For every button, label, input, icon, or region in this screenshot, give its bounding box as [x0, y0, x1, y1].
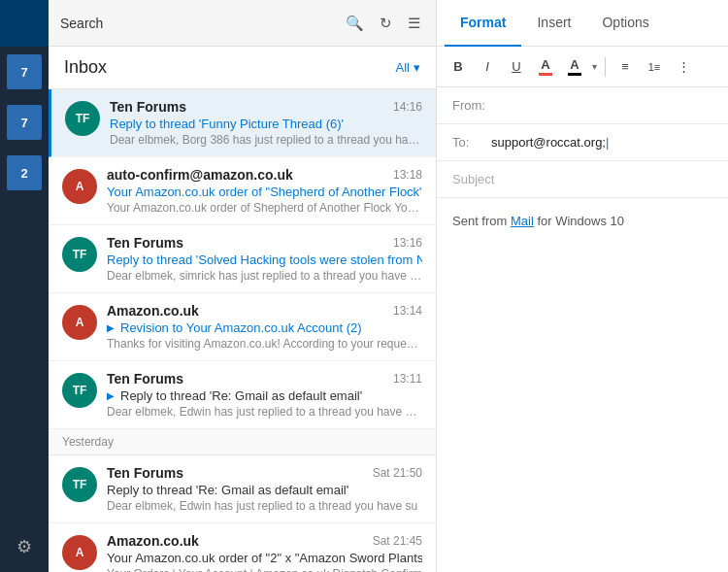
email-list-panel: 🔍 ↻ ☰ Inbox All ▾ TF Ten Forums 14:16 Re…	[49, 0, 437, 572]
section-label-yesterday: Yesterday	[49, 429, 436, 455]
compose-fields: From: To: support@roccat.org; Subject	[437, 87, 728, 198]
avatar: TF	[62, 237, 97, 272]
to-value[interactable]: support@roccat.org;	[491, 135, 712, 150]
tab-format[interactable]: Format	[445, 0, 521, 47]
email-time: Sat 21:45	[373, 534, 422, 548]
sidebar-badge-3[interactable]: 2	[7, 155, 42, 190]
tab-options[interactable]: Options	[586, 0, 664, 47]
filter-icon[interactable]: ☰	[404, 11, 424, 36]
compose-body[interactable]: Sent from Mail for Windows 10	[437, 198, 728, 572]
email-preview: Your Amazon.co.uk order of Shepherd of A…	[107, 201, 422, 215]
toolbar-separator-1	[605, 57, 606, 77]
italic-button[interactable]: I	[474, 53, 501, 81]
bold-button[interactable]: B	[445, 53, 472, 81]
avatar: A	[62, 305, 97, 340]
email-content: Amazon.co.uk Sat 21:45 Your Amazon.co.uk…	[107, 533, 422, 572]
email-content: auto-confirm@amazon.co.uk 13:18 Your Ama…	[107, 167, 422, 215]
font-color-button[interactable]: A	[561, 53, 588, 81]
table-row[interactable]: A auto-confirm@amazon.co.uk 13:18 Your A…	[49, 157, 436, 225]
more-toolbar-button[interactable]: ⋮	[670, 53, 697, 81]
email-time: 13:14	[393, 304, 422, 318]
search-icon[interactable]: 🔍	[342, 11, 368, 36]
refresh-icon[interactable]: ↻	[376, 11, 396, 36]
underline-button[interactable]: U	[503, 53, 530, 81]
email-content: Ten Forums 14:16 Reply to thread 'Funny …	[110, 99, 422, 147]
table-row[interactable]: TF Ten Forums Sat 21:50 Reply to thread …	[49, 455, 436, 523]
email-time: Sat 21:50	[373, 466, 422, 480]
compose-tabs: Format Insert Options	[437, 0, 728, 47]
inbox-title: Inbox	[64, 57, 107, 78]
email-content: Ten Forums 13:11 ▶Reply to thread 'Re: G…	[107, 371, 422, 419]
avatar: A	[62, 169, 97, 204]
email-preview: Your Orders | Your Account | Amazon.co.u…	[107, 567, 422, 572]
email-preview: Dear elbmek, Edwin has just replied to a…	[107, 405, 422, 419]
email-sender: Ten Forums	[110, 99, 186, 115]
avatar: TF	[65, 101, 100, 136]
font-color-chevron-icon[interactable]: ▾	[590, 61, 599, 72]
email-subject: Reply to thread 'Re: Gmail as default em…	[107, 483, 422, 497]
email-sender: Amazon.co.uk	[107, 303, 199, 319]
from-label: From:	[452, 98, 491, 113]
ordered-list-button[interactable]: 1≡	[641, 53, 668, 81]
email-subject: Reply to thread 'Solved Hacking tools we…	[107, 252, 422, 267]
avatar: TF	[62, 373, 97, 408]
table-row[interactable]: TF Ten Forums 13:11 ▶Reply to thread 'Re…	[49, 361, 436, 429]
email-sender: Ten Forums	[107, 235, 183, 251]
table-row[interactable]: A Amazon.co.uk 13:14 ▶Revision to Your A…	[49, 293, 436, 361]
highlight-color-swatch: A	[539, 57, 552, 76]
email-subject: ▶Revision to Your Amazon.co.uk Account (…	[107, 320, 422, 335]
settings-icon[interactable]: ⚙	[7, 529, 42, 564]
email-sender: Amazon.co.uk	[107, 533, 199, 549]
sidebar-badge-1[interactable]: 7	[7, 54, 42, 89]
subject-field-row[interactable]: Subject	[437, 161, 728, 198]
email-list: TF Ten Forums 14:16 Reply to thread 'Fun…	[49, 89, 436, 572]
sidebar: 7 7 2 ⚙	[0, 0, 49, 572]
email-content: Amazon.co.uk 13:14 ▶Revision to Your Ama…	[107, 303, 422, 351]
table-row[interactable]: TF Ten Forums 14:16 Reply to thread 'Fun…	[49, 89, 436, 157]
highlight-button[interactable]: A	[532, 53, 559, 81]
subject-input[interactable]: Subject	[452, 172, 494, 186]
compose-panel: Format Insert Options B I U A A ▾ ≡	[437, 0, 728, 572]
inbox-header: Inbox All ▾	[49, 47, 436, 89]
email-time: 13:16	[393, 236, 422, 250]
bullet-icon: ▶	[107, 322, 115, 333]
sidebar-top-bar	[0, 0, 49, 47]
email-preview: Dear elbmek, simrick has just replied to…	[107, 269, 422, 283]
body-suffix: for Windows 10	[534, 214, 624, 228]
email-preview: Dear elbmek, Borg 386 has just replied t…	[110, 133, 422, 147]
table-row[interactable]: A Amazon.co.uk Sat 21:45 Your Amazon.co.…	[49, 523, 436, 572]
to-label: To:	[452, 135, 491, 150]
font-color-swatch: A	[568, 57, 581, 76]
chevron-down-icon: ▾	[414, 60, 420, 75]
email-preview: Dear elbmek, Edwin has just replied to a…	[107, 499, 422, 513]
email-time: 13:11	[393, 372, 422, 386]
to-field-row[interactable]: To: support@roccat.org;	[437, 124, 728, 161]
email-sender: Ten Forums	[107, 371, 183, 387]
compose-toolbar: B I U A A ▾ ≡ 1≡ ⋮	[437, 47, 728, 87]
table-row[interactable]: TF Ten Forums 13:16 Reply to thread 'Sol…	[49, 225, 436, 293]
avatar: A	[62, 535, 97, 570]
email-content: Ten Forums 13:16 Reply to thread 'Solved…	[107, 235, 422, 283]
email-subject: Reply to thread 'Funny Picture Thread (6…	[110, 117, 422, 131]
email-time: 14:16	[393, 100, 422, 114]
search-bar: 🔍 ↻ ☰	[49, 0, 436, 47]
tab-insert[interactable]: Insert	[521, 0, 586, 47]
unordered-list-button[interactable]: ≡	[612, 53, 639, 81]
email-content: Ten Forums Sat 21:50 Reply to thread 'Re…	[107, 465, 422, 513]
email-subject: ▶Reply to thread 'Re: Gmail as default e…	[107, 388, 422, 403]
email-preview: Thanks for visiting Amazon.co.uk! Accord…	[107, 337, 422, 351]
mail-link[interactable]: Mail	[511, 214, 534, 228]
search-input[interactable]	[60, 16, 334, 31]
email-sender: Ten Forums	[107, 465, 183, 481]
filter-all-label: All	[396, 60, 410, 75]
sidebar-badge-2[interactable]: 7	[7, 105, 42, 140]
email-sender: auto-confirm@amazon.co.uk	[107, 167, 293, 183]
email-subject: Your Amazon.co.uk order of "2" x "Amazon…	[107, 551, 422, 565]
email-subject: Your Amazon.co.uk order of "Shepherd of …	[107, 185, 422, 199]
from-field-row: From:	[437, 87, 728, 124]
body-sent-text: Sent from	[452, 214, 511, 228]
email-time: 13:18	[393, 168, 422, 182]
avatar: TF	[62, 467, 97, 502]
bullet-icon: ▶	[107, 390, 115, 401]
inbox-filter[interactable]: All ▾	[396, 60, 420, 75]
